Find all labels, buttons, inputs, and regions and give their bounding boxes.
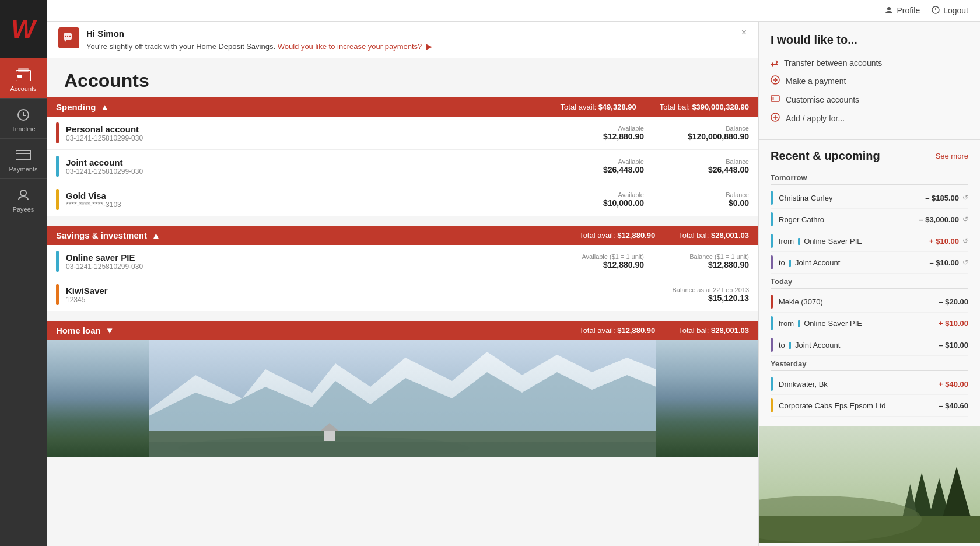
homeloan-total-avail: Total avail: $12,880.90	[579, 326, 655, 335]
account-color-bar	[56, 284, 59, 305]
account-info: KiwiSaver 12345	[66, 286, 644, 304]
table-row[interactable]: KiwiSaver 12345 Balance as at 22 Feb 201…	[47, 278, 758, 312]
account-number: 03-1241-125810299-030	[66, 167, 603, 176]
savings-total-bal: Total bal: $28,001.03	[678, 231, 749, 240]
payment-icon	[771, 75, 780, 87]
see-more-button[interactable]: See more	[936, 152, 968, 160]
account-available: Available $26,448.00	[603, 158, 644, 174]
homeloan-collapse-icon: ▼	[106, 326, 114, 335]
iwlt-customise-label: Customise accounts	[786, 95, 859, 104]
account-balance: Balance $26,448.00	[667, 158, 749, 174]
account-color-bar	[56, 189, 59, 210]
svg-rect-6	[16, 150, 31, 160]
iwlt-transfer-button[interactable]: ⇄ Transfer between accounts	[771, 54, 968, 72]
iwlt-section: I would like to... ⇄ Transfer between ac…	[759, 22, 980, 140]
westpac-logo-icon: W	[11, 16, 36, 42]
homeloan-label: Home loan	[56, 326, 101, 335]
transfer-icon: ⇄	[771, 57, 778, 68]
svg-point-9	[887, 7, 891, 10]
list-item[interactable]: Corporate Cabs Eps Epsom Ltd – $40.60	[771, 395, 968, 416]
right-panel-landscape	[759, 426, 980, 542]
profile-icon	[885, 6, 893, 16]
notification-bar: Hi Simon You're slightly off track with …	[47, 22, 758, 58]
item-color-bar	[771, 295, 773, 309]
svg-rect-23	[324, 430, 335, 441]
item-color-bar	[771, 316, 773, 330]
account-available: Available ($1 = 1 unit) $12,880.90	[582, 253, 644, 270]
sidebar-item-payees[interactable]: Payees	[0, 179, 47, 219]
topbar: Profile Logout	[47, 0, 980, 22]
profile-button[interactable]: Profile	[885, 6, 920, 16]
list-item[interactable]: from Online Saver PIE + $10.00 ↺	[771, 230, 968, 252]
svg-point-8	[20, 190, 26, 196]
spending-label: Spending	[56, 102, 96, 112]
list-item[interactable]: Christina Curley – $185.00 ↺	[771, 187, 968, 209]
notification-greeting: Hi Simon	[86, 29, 124, 38]
logo: W	[0, 0, 47, 58]
account-name: Online saver PIE	[66, 253, 582, 262]
iwlt-customise-button[interactable]: Customise accounts	[771, 90, 968, 109]
payments-icon	[15, 147, 32, 163]
homeloan-section: Home loan ▼ Total avail: $12,880.90 Tota…	[47, 321, 758, 340]
sidebar-item-payments-label: Payments	[9, 166, 38, 173]
account-number: 03-1241-125810299-030	[66, 262, 582, 271]
list-item[interactable]: to Joint Account – $10.00 ↺	[771, 252, 968, 274]
savings-section: Savings & investment ▲ Total avail: $12,…	[47, 226, 758, 312]
main-wrapper: Profile Logout Hi Simon You're sli	[47, 0, 980, 546]
list-item[interactable]: to Joint Account – $10.00	[771, 334, 968, 356]
notification-content: Hi Simon You're slightly off track with …	[86, 27, 734, 52]
recent-title: Recent & upcoming	[771, 149, 880, 163]
account-balance: Balance $120,000,880.90	[667, 125, 749, 141]
sidebar-item-accounts[interactable]: Accounts	[0, 58, 47, 99]
logout-icon	[932, 6, 940, 16]
savings-total-avail: Total avail: $12,880.90	[579, 231, 655, 240]
spending-section-header[interactable]: Spending ▲ Total avail: $49,328.90 Total…	[47, 97, 758, 117]
homeloan-section-header[interactable]: Home loan ▼ Total avail: $12,880.90 Tota…	[47, 321, 758, 340]
iwlt-transfer-label: Transfer between accounts	[784, 58, 882, 68]
account-number: ****-****-****-3103	[66, 201, 603, 209]
spending-section: Spending ▲ Total avail: $49,328.90 Total…	[47, 97, 758, 216]
iwlt-add-apply-button[interactable]: Add / apply for...	[771, 109, 968, 128]
day-label-yesterday: Yesterday	[771, 356, 968, 371]
list-item[interactable]: Drinkwater, Bk + $40.00	[771, 373, 968, 395]
svg-point-13	[65, 36, 66, 37]
account-name: Gold Visa	[66, 191, 603, 201]
account-info: Personal account 03-1241-125810299-030	[66, 124, 603, 142]
list-item[interactable]: Roger Cathro – $3,000.00 ↺	[771, 209, 968, 230]
svg-rect-2	[18, 75, 22, 78]
account-info: Online saver PIE 03-1241-125810299-030	[66, 253, 582, 271]
day-label-tomorrow: Tomorrow	[771, 170, 968, 185]
notification-close-button[interactable]: ×	[741, 27, 747, 38]
recurring-icon: ↺	[963, 215, 968, 223]
landscape-photo	[47, 340, 758, 457]
item-color-bar	[771, 256, 773, 270]
notification-icon	[58, 27, 79, 48]
svg-rect-1	[18, 68, 29, 72]
sidebar-item-timeline[interactable]: Timeline	[0, 99, 47, 139]
list-item[interactable]: Mekie (3070) – $20.00	[771, 291, 968, 313]
sidebar-item-payments[interactable]: Payments	[0, 139, 47, 179]
svg-rect-22	[149, 430, 656, 457]
table-row[interactable]: Online saver PIE 03-1241-125810299-030 A…	[47, 245, 758, 278]
customise-icon	[771, 94, 780, 106]
savings-section-header[interactable]: Savings & investment ▲ Total avail: $12,…	[47, 226, 758, 245]
savings-collapse-icon: ▲	[152, 230, 160, 240]
iwlt-title: I would like to...	[771, 33, 968, 47]
iwlt-payment-button[interactable]: Make a payment	[771, 72, 968, 90]
notification-link[interactable]: Would you like to increase your payments…	[278, 42, 422, 51]
notification-message: You're slightly off track with your Home…	[86, 42, 275, 51]
logout-label: Logout	[943, 6, 968, 15]
account-available: Available $10,000.00	[603, 191, 644, 208]
table-row[interactable]: Joint account 03-1241-125810299-030 Avai…	[47, 150, 758, 183]
svg-rect-27	[771, 97, 774, 100]
savings-label: Savings & investment	[56, 230, 147, 240]
table-row[interactable]: Gold Visa ****-****-****-3103 Available …	[47, 183, 758, 216]
sidebar: W Accounts Timeline Payments Payees	[0, 0, 47, 546]
logout-button[interactable]: Logout	[932, 6, 968, 16]
add-icon	[771, 113, 780, 124]
table-row[interactable]: Personal account 03-1241-125810299-030 A…	[47, 117, 758, 150]
account-info: Joint account 03-1241-125810299-030	[66, 158, 603, 176]
list-item[interactable]: from Online Saver PIE + $10.00	[771, 313, 968, 334]
account-number: 03-1241-125810299-030	[66, 134, 603, 142]
account-name: Joint account	[66, 158, 603, 167]
